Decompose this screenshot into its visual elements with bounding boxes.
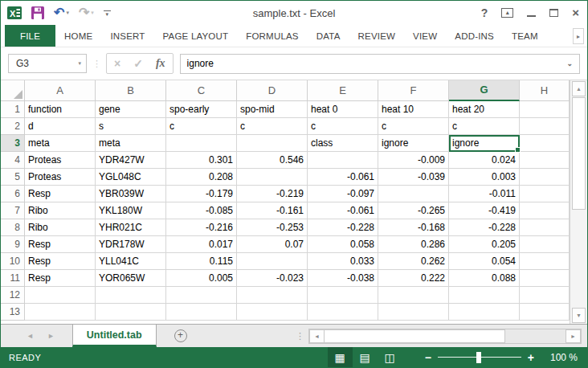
cell-D9[interactable]: 0.07 bbox=[237, 236, 308, 253]
zoom-level-label[interactable]: 100 % bbox=[545, 352, 578, 363]
zoom-slider-thumb[interactable] bbox=[476, 352, 481, 363]
cell-B1[interactable]: gene bbox=[96, 101, 166, 118]
cell-E1[interactable]: heat 0 bbox=[308, 101, 378, 118]
cell-C2[interactable]: c bbox=[166, 118, 237, 135]
cell-A13[interactable] bbox=[25, 304, 96, 321]
horizontal-scroll-thumb[interactable] bbox=[325, 329, 505, 343]
cell-E8[interactable]: -0.228 bbox=[308, 219, 378, 236]
cell-D13[interactable] bbox=[237, 304, 308, 321]
cell-E9[interactable]: 0.058 bbox=[308, 236, 378, 253]
row-header-12[interactable]: 12 bbox=[1, 287, 25, 304]
cell-G7[interactable]: -0.419 bbox=[449, 202, 520, 219]
row-header-4[interactable]: 4 bbox=[1, 152, 25, 169]
row-header-5[interactable]: 5 bbox=[1, 169, 25, 186]
scrollbar-resize-handle[interactable]: ⋮ bbox=[296, 331, 304, 341]
cell-F7[interactable]: -0.265 bbox=[378, 202, 449, 219]
cell-A1[interactable]: function bbox=[25, 101, 96, 118]
cell-C5[interactable]: 0.208 bbox=[166, 169, 237, 186]
cell-B13[interactable] bbox=[96, 304, 166, 321]
ribbon-tab-review[interactable]: REVIEW bbox=[349, 25, 405, 47]
cell-B9[interactable]: YDR178W bbox=[96, 236, 166, 253]
page-break-preview-button[interactable]: ◫ bbox=[378, 347, 402, 367]
vertical-scroll-thumb[interactable] bbox=[572, 97, 586, 210]
cell-B6[interactable]: YBR039W bbox=[96, 186, 166, 202]
column-header-A[interactable]: A bbox=[25, 80, 96, 101]
formula-input[interactable]: ignore ⌄ bbox=[180, 54, 580, 74]
cell-A12[interactable] bbox=[25, 287, 96, 304]
cell-D3[interactable] bbox=[237, 135, 308, 152]
help-button[interactable]: ? bbox=[481, 6, 488, 19]
cell-A7[interactable]: Ribo bbox=[25, 202, 96, 219]
cell-F12[interactable] bbox=[378, 287, 449, 304]
name-box-dropdown-icon[interactable]: ▾ bbox=[78, 60, 81, 67]
enter-button[interactable]: ✓ bbox=[133, 57, 143, 70]
cell-H4[interactable] bbox=[520, 152, 570, 169]
select-all-button[interactable] bbox=[1, 80, 25, 101]
cell-G6[interactable]: -0.011 bbox=[449, 186, 520, 202]
ribbon-tab-insert[interactable]: INSERT bbox=[101, 25, 153, 47]
cell-H6[interactable] bbox=[520, 186, 570, 202]
ribbon-tab-page-layout[interactable]: PAGE LAYOUT bbox=[154, 25, 238, 47]
row-header-10[interactable]: 10 bbox=[1, 253, 25, 270]
cell-A2[interactable]: d bbox=[25, 118, 96, 135]
row-header-3[interactable]: 3 bbox=[1, 135, 25, 152]
row-header-13[interactable]: 13 bbox=[1, 304, 25, 321]
undo-button[interactable]: ↶ ▾ bbox=[54, 7, 69, 18]
zoom-out-button[interactable]: − bbox=[425, 353, 431, 362]
cell-E4[interactable] bbox=[308, 152, 378, 169]
scroll-left-button[interactable]: ◄ bbox=[309, 329, 325, 343]
cell-D4[interactable]: 0.546 bbox=[237, 152, 308, 169]
cell-E5[interactable]: -0.061 bbox=[308, 169, 378, 186]
next-sheet-button[interactable]: ► bbox=[47, 332, 55, 340]
ribbon-tab-file[interactable]: FILE bbox=[5, 25, 55, 47]
cell-B11[interactable]: YOR065W bbox=[96, 270, 166, 287]
cell-G9[interactable]: 0.205 bbox=[449, 236, 520, 253]
cell-F10[interactable]: 0.262 bbox=[378, 253, 449, 270]
cell-H8[interactable] bbox=[520, 219, 570, 236]
vertical-scroll-track[interactable] bbox=[572, 210, 586, 307]
horizontal-scrollbar[interactable]: ◄ ► bbox=[308, 329, 582, 344]
cell-E6[interactable]: -0.097 bbox=[308, 186, 378, 202]
column-header-D[interactable]: D bbox=[237, 80, 308, 101]
ribbon-display-options-button[interactable]: ▴ bbox=[501, 8, 513, 18]
ribbon-tab-view[interactable]: VIEW bbox=[404, 25, 446, 47]
cell-G1[interactable]: heat 20 bbox=[449, 101, 520, 118]
cell-G4[interactable]: 0.024 bbox=[449, 152, 520, 169]
cell-B8[interactable]: YHR021C bbox=[96, 219, 166, 236]
cell-D5[interactable] bbox=[237, 169, 308, 186]
cell-H7[interactable] bbox=[520, 202, 570, 219]
customize-qat-button[interactable]: ▾ bbox=[104, 10, 111, 16]
cell-E3[interactable]: class bbox=[308, 135, 378, 152]
cell-C8[interactable]: -0.216 bbox=[166, 219, 237, 236]
column-header-F[interactable]: F bbox=[378, 80, 449, 101]
cell-B4[interactable]: YDR427W bbox=[96, 152, 166, 169]
row-header-1[interactable]: 1 bbox=[1, 101, 25, 118]
row-header-2[interactable]: 2 bbox=[1, 118, 25, 135]
cell-D6[interactable]: -0.219 bbox=[237, 186, 308, 202]
scroll-right-button[interactable]: ► bbox=[566, 329, 581, 343]
cell-A10[interactable]: Resp bbox=[25, 253, 96, 270]
cell-H3[interactable] bbox=[520, 135, 570, 152]
undo-dropdown-icon[interactable]: ▾ bbox=[66, 10, 69, 16]
cell-H12[interactable] bbox=[520, 287, 570, 304]
cell-A3[interactable]: meta bbox=[25, 135, 96, 152]
cell-F2[interactable]: c bbox=[378, 118, 449, 135]
cell-B12[interactable] bbox=[96, 287, 166, 304]
cell-E10[interactable]: 0.033 bbox=[308, 253, 378, 270]
column-header-C[interactable]: C bbox=[166, 80, 237, 101]
cell-G5[interactable]: 0.003 bbox=[449, 169, 520, 186]
ribbon-tab-team[interactable]: TEAM bbox=[503, 25, 547, 47]
cell-F3[interactable]: ignore bbox=[378, 135, 449, 152]
cancel-button[interactable]: × bbox=[114, 57, 120, 70]
column-header-B[interactable]: B bbox=[96, 80, 166, 101]
column-header-G[interactable]: G bbox=[449, 80, 520, 101]
cell-D11[interactable]: -0.023 bbox=[237, 270, 308, 287]
zoom-slider[interactable] bbox=[438, 352, 521, 363]
close-button[interactable]: × bbox=[572, 7, 579, 18]
cell-A11[interactable]: Resp bbox=[25, 270, 96, 287]
cell-H5[interactable] bbox=[520, 169, 570, 186]
save-button[interactable] bbox=[31, 6, 44, 19]
cell-E12[interactable] bbox=[308, 287, 378, 304]
cell-B5[interactable]: YGL048C bbox=[96, 169, 166, 186]
cell-F5[interactable]: -0.039 bbox=[378, 169, 449, 186]
